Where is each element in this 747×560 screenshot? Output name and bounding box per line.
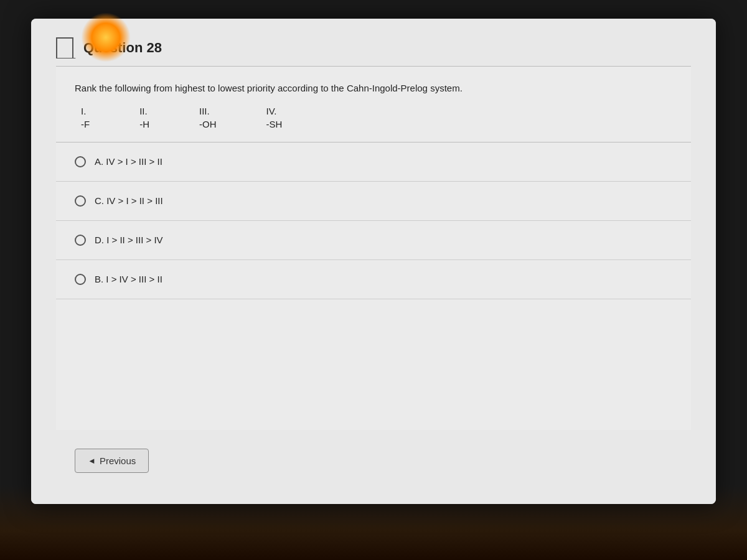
bottom-nav: ◄ Previous <box>56 430 691 485</box>
option-d-label: D. I > II > III > IV <box>95 235 163 245</box>
question-text: Rank the following from highest to lowes… <box>75 82 672 96</box>
option-c[interactable]: C. IV > I > II > III <box>56 182 691 221</box>
compound-num-3: III. <box>199 106 210 116</box>
compound-2: II. -H <box>139 106 149 129</box>
previous-button[interactable]: ◄ Previous <box>75 449 149 473</box>
compound-val-4: -SH <box>266 119 283 129</box>
option-a[interactable]: A. IV > I > III > II <box>56 142 691 182</box>
question-body: Rank the following from highest to lowes… <box>56 67 691 142</box>
compounds-row: I. -F II. -H III. -OH IV. -SH <box>75 106 672 129</box>
option-b[interactable]: B. I > IV > III > II <box>56 260 691 299</box>
radio-a[interactable] <box>75 156 86 167</box>
compound-val-3: -OH <box>199 119 217 129</box>
compound-4: IV. -SH <box>266 106 283 129</box>
compound-1: I. -F <box>81 106 90 129</box>
option-c-label: C. IV > I > II > III <box>95 195 163 206</box>
option-d[interactable]: D. I > II > III > IV <box>56 221 691 260</box>
compound-val-2: -H <box>139 119 149 129</box>
compound-3: III. -OH <box>199 106 217 129</box>
options-area: A. IV > I > III > II C. IV > I > II > II… <box>56 142 691 431</box>
option-b-label: B. I > IV > III > II <box>95 274 162 284</box>
compound-num-1: I. <box>81 106 86 116</box>
bookmark-icon <box>56 37 73 58</box>
compound-num-2: II. <box>139 106 148 116</box>
radio-c[interactable] <box>75 195 86 207</box>
radio-d[interactable] <box>75 235 86 246</box>
question-header: Question 28 <box>56 37 691 67</box>
radio-b[interactable] <box>75 274 86 285</box>
compound-num-4: IV. <box>266 106 277 116</box>
option-a-label: A. IV > I > III > II <box>95 156 162 167</box>
previous-label: Previous <box>100 455 136 466</box>
compound-val-1: -F <box>81 119 90 129</box>
arrow-left-icon: ◄ <box>88 456 96 465</box>
